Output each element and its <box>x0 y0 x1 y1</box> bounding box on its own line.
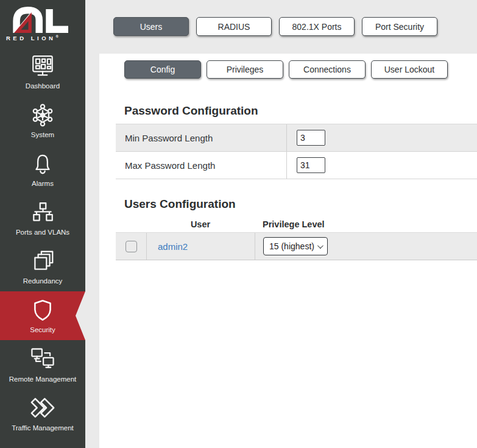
min-password-length-label: Min Password Length <box>116 124 286 151</box>
sidebar-item-label: Alarms <box>32 180 54 188</box>
sidebar: RED LION® Dashboard <box>0 0 85 448</box>
users-configuration-title: Users Configuration <box>124 197 236 211</box>
system-icon <box>30 102 55 128</box>
users-configuration-table: User Privilege Level admin2 15 (highest) <box>116 216 477 260</box>
remote-monitors-icon <box>29 346 56 372</box>
min-password-length-input[interactable] <box>297 130 325 146</box>
users-table-header: User Privilege Level <box>116 216 477 232</box>
row-select-checkbox[interactable] <box>125 241 137 252</box>
tab-port-security[interactable]: Port Security <box>362 17 437 36</box>
sidebar-item-label: Traffic Management <box>12 424 74 432</box>
tab-8021x-ports[interactable]: 802.1X Ports <box>279 17 355 36</box>
privilege-cell: 15 (highest) <box>255 233 477 260</box>
dashboard-icon <box>30 54 55 79</box>
double-chevron-icon <box>29 394 56 421</box>
network-tree-icon <box>30 200 55 226</box>
secondary-tab-bar: Config Privileges Connections User Locko… <box>124 60 448 79</box>
privilege-level-column-header: Privilege Level <box>255 216 477 232</box>
layers-icon <box>30 249 55 274</box>
sidebar-item-label: Redundancy <box>23 277 63 285</box>
bell-icon <box>30 151 55 177</box>
sidebar-item-redundancy[interactable]: Redundancy <box>0 243 85 291</box>
sidebar-item-security[interactable]: Security <box>0 291 85 340</box>
shield-icon <box>30 297 55 323</box>
sidebar-item-system[interactable]: System <box>0 96 85 145</box>
password-configuration-table: Min Password Length Max Password Length <box>116 124 477 179</box>
tab-user-lockout[interactable]: User Lockout <box>371 60 448 79</box>
table-row: Max Password Length <box>116 152 477 179</box>
row-checkbox-cell <box>116 233 146 260</box>
max-password-length-cell <box>286 152 477 179</box>
primary-tab-bar: Users RADIUS 802.1X Ports Port Security <box>113 17 437 36</box>
sidebar-item-dashboard[interactable]: Dashboard <box>0 48 85 96</box>
sidebar-item-label: System <box>31 131 54 139</box>
app-window: RED LION® Dashboard <box>0 0 477 448</box>
sidebar-item-label: Dashboard <box>26 82 60 90</box>
user-column-header: User <box>146 216 255 232</box>
privilege-level-select[interactable]: 15 (highest) <box>263 237 328 255</box>
sidebar-item-ports-and-vlans[interactable]: Ports and VLANs <box>0 194 85 243</box>
checkbox-column-header <box>116 216 146 232</box>
sidebar-item-traffic-management[interactable]: Traffic Management <box>0 389 85 438</box>
table-row: Min Password Length <box>116 124 477 152</box>
max-password-length-input[interactable] <box>297 157 325 173</box>
sidebar-nav: Dashboard System <box>0 48 85 438</box>
min-password-length-cell <box>286 124 477 151</box>
user-cell: admin2 <box>146 233 255 260</box>
sidebar-item-remote-management[interactable]: Remote Management <box>0 340 85 389</box>
tab-privileges[interactable]: Privileges <box>207 60 283 79</box>
password-configuration-title: Password Configuration <box>124 104 258 118</box>
sidebar-item-label: Ports and VLANs <box>16 229 69 236</box>
red-lion-logo-icon <box>6 5 79 33</box>
privilege-level-selected-value: 15 (highest) <box>269 241 314 251</box>
brand-name: RED LION® <box>6 35 79 41</box>
tab-connections[interactable]: Connections <box>289 60 366 79</box>
active-item-notch <box>76 291 85 340</box>
tab-users[interactable]: Users <box>113 17 189 36</box>
chevron-down-icon <box>317 243 323 249</box>
sidebar-item-label: Remote Management <box>9 375 77 383</box>
red-lion-logo: RED LION® <box>0 0 85 48</box>
sidebar-item-alarms[interactable]: Alarms <box>0 145 85 194</box>
tab-config[interactable]: Config <box>124 60 201 79</box>
user-link[interactable]: admin2 <box>158 241 188 252</box>
table-row: admin2 15 (highest) <box>116 232 477 260</box>
tab-radius[interactable]: RADIUS <box>196 17 272 36</box>
max-password-length-label: Max Password Length <box>116 152 286 179</box>
sidebar-item-label: Security <box>30 326 55 334</box>
